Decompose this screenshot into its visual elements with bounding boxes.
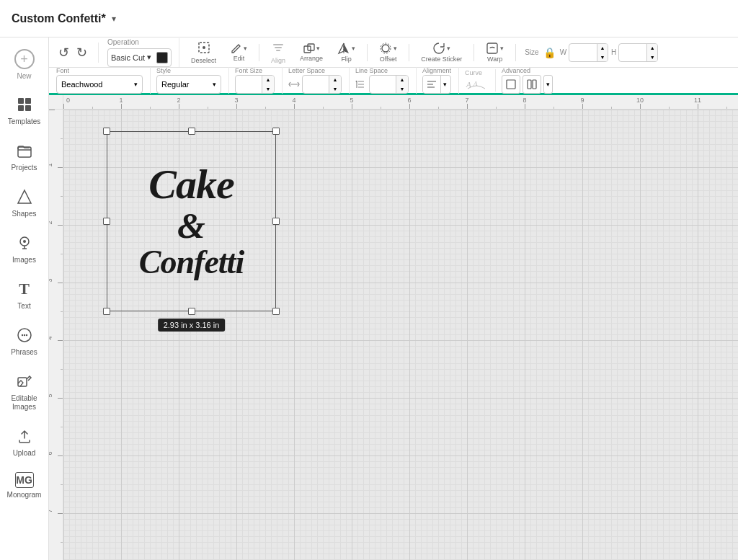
- canvas-container: 0 1 2 3 4 5 6 7 8: [49, 95, 738, 560]
- svg-rect-1: [25, 98, 31, 104]
- alignment-label: Alignment: [422, 67, 451, 74]
- sidebar-item-text[interactable]: T Text: [2, 273, 47, 316]
- advanced-chevron-button[interactable]: ▾: [543, 75, 553, 94]
- line-space-icon: [355, 79, 367, 90]
- new-label: New: [17, 72, 31, 80]
- redo-button[interactable]: ↻: [74, 43, 89, 63]
- title-bar: Custom Confetti* ▾: [0, 0, 738, 37]
- advanced-group: Advanced ▾: [502, 67, 553, 94]
- width-label: W: [560, 48, 566, 56]
- sidebar-item-phrases[interactable]: Phrases: [2, 319, 47, 363]
- align-label: Align: [271, 57, 285, 64]
- handle-top-left[interactable]: [103, 128, 110, 135]
- height-down-button[interactable]: ▼: [647, 53, 657, 62]
- operation-select[interactable]: Basic Cut ▾: [107, 48, 172, 67]
- handle-bottom-left[interactable]: [103, 308, 110, 315]
- advanced-grid-button[interactable]: [523, 75, 541, 94]
- svg-rect-24: [487, 43, 497, 53]
- handle-bottom-right[interactable]: [272, 308, 280, 315]
- offset-button[interactable]: ▾ Offset: [376, 40, 400, 64]
- undo-button[interactable]: ↺: [56, 43, 71, 63]
- operation-label: Operation: [107, 38, 172, 46]
- letter-space-input[interactable]: 0: [303, 79, 329, 90]
- sidebar: + New Templates Projects Shapes Images: [0, 37, 49, 560]
- create-sticker-label: Create Sticker: [421, 55, 462, 63]
- selection-box: [107, 131, 276, 311]
- height-input[interactable]: 3.162: [619, 47, 645, 58]
- lock-button[interactable]: 🔒: [542, 45, 557, 60]
- height-up-button[interactable]: ▲: [647, 43, 657, 53]
- editable-images-label: Editable Images: [5, 394, 44, 412]
- title-chevron-icon[interactable]: ▾: [112, 14, 116, 24]
- shapes-label: Shapes: [12, 210, 37, 218]
- sidebar-item-templates[interactable]: Templates: [2, 89, 47, 132]
- color-swatch[interactable]: [156, 52, 168, 63]
- line-space-down-button[interactable]: ▼: [396, 84, 408, 94]
- svg-rect-31: [528, 80, 531, 89]
- sidebar-item-editable-images[interactable]: Editable Images: [2, 365, 47, 417]
- letter-space-down-button[interactable]: ▼: [329, 84, 341, 94]
- width-input[interactable]: 2.93: [569, 47, 595, 58]
- style-select[interactable]: Regular ▾: [156, 75, 221, 94]
- flip-button[interactable]: ▾ Flip: [334, 40, 358, 64]
- font-size-up-button[interactable]: ▲: [262, 75, 274, 84]
- curve-label: Curve: [465, 69, 488, 76]
- font-value: Beachwood: [61, 80, 103, 89]
- sep3: [409, 44, 409, 61]
- images-icon: [14, 233, 35, 253]
- sidebar-item-upload[interactable]: Upload: [2, 420, 47, 463]
- svg-rect-2: [18, 105, 24, 111]
- width-up-button[interactable]: ▲: [597, 43, 608, 53]
- new-button[interactable]: + New: [2, 43, 47, 86]
- svg-point-22: [382, 45, 389, 52]
- right-panel: ↺ ↻ Operation Basic Cut ▾ Deselect: [49, 37, 738, 560]
- letter-space-up-button[interactable]: ▲: [329, 75, 341, 84]
- font-size-input[interactable]: 72: [236, 79, 262, 90]
- text-element[interactable]: Cake & Confetti 2.93 in x 3.16 in: [107, 131, 276, 311]
- warp-label: Warp: [487, 55, 502, 63]
- projects-icon: [14, 141, 35, 161]
- warp-button[interactable]: ▾ Warp: [483, 40, 507, 64]
- handle-top-right[interactable]: [272, 128, 280, 135]
- alignment-group: Alignment ▾: [422, 67, 459, 94]
- svg-marker-20: [344, 43, 349, 53]
- curve-icon: A A: [465, 77, 488, 92]
- font-size-down-button[interactable]: ▼: [262, 84, 274, 94]
- deselect-button[interactable]: Deselect: [188, 40, 219, 66]
- svg-point-8: [21, 334, 22, 336]
- projects-label: Projects: [11, 164, 37, 172]
- style-value: Regular: [161, 80, 190, 89]
- svg-point-10: [25, 334, 27, 336]
- svg-point-9: [23, 334, 25, 336]
- alignment-buttons: ▾: [422, 75, 451, 94]
- svg-marker-19: [339, 43, 344, 53]
- font-select[interactable]: Beachwood ▾: [56, 75, 143, 94]
- font-size-spinner: 72 ▲ ▼: [235, 75, 275, 94]
- operation-value: Basic Cut: [111, 53, 145, 62]
- sidebar-item-monogram[interactable]: MG Monogram: [2, 466, 47, 505]
- edit-button[interactable]: ▾ Edit: [228, 41, 250, 63]
- app-title: Custom Confetti*: [12, 12, 106, 25]
- sep1: [259, 44, 259, 61]
- design-canvas[interactable]: Cake & Confetti 2.93 in x 3.16 in: [63, 110, 738, 560]
- line-space-input[interactable]: 1: [370, 79, 396, 90]
- alignment-chevron-button[interactable]: ▾: [441, 75, 449, 94]
- handle-middle-left[interactable]: [103, 218, 110, 225]
- line-space-up-button[interactable]: ▲: [396, 75, 408, 84]
- arrange-button[interactable]: ▾ Arrange: [297, 41, 326, 63]
- handle-middle-right[interactable]: [272, 218, 280, 225]
- align-button[interactable]: Align: [268, 40, 288, 66]
- width-down-button[interactable]: ▼: [597, 53, 608, 62]
- sidebar-item-projects[interactable]: Projects: [2, 135, 47, 178]
- operation-chevron: ▾: [147, 53, 151, 62]
- advanced-single-button[interactable]: [502, 75, 520, 94]
- offset-label: Offset: [380, 55, 397, 63]
- align-left-button[interactable]: [423, 75, 441, 94]
- svg-rect-30: [507, 80, 515, 89]
- size-top-label: Size: [525, 48, 538, 56]
- sidebar-item-images[interactable]: Images: [2, 227, 47, 270]
- handle-top-middle[interactable]: [188, 128, 195, 135]
- handle-bottom-middle[interactable]: [188, 308, 195, 315]
- sidebar-item-shapes[interactable]: Shapes: [2, 181, 47, 224]
- create-sticker-button[interactable]: ▾ Create Sticker: [418, 40, 465, 64]
